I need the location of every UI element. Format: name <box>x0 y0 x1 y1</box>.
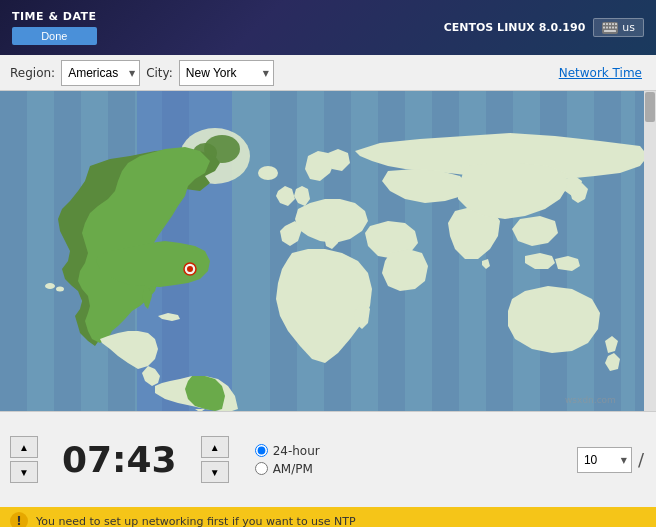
city-select[interactable]: New York Los Angeles Chicago Toronto <box>179 60 274 86</box>
svg-point-31 <box>56 287 64 292</box>
bottom-controls: ▲ ▼ 07:43 ▲ ▼ 24-hour AM/PM 10 1 2 3 / <box>0 411 656 507</box>
city-label: City: <box>146 66 173 80</box>
24h-radio-row: 24-hour <box>255 444 320 458</box>
svg-rect-17 <box>270 91 297 411</box>
map-container: wsxdn.com <box>0 91 656 411</box>
svg-rect-7 <box>606 26 608 28</box>
svg-rect-2 <box>606 23 608 25</box>
minutes-down-button[interactable]: ▼ <box>201 461 229 483</box>
svg-rect-13 <box>0 91 27 411</box>
toolbar: Region: Americas Europe Asia Africa Paci… <box>0 55 656 91</box>
svg-rect-11 <box>604 30 616 32</box>
minutes-spinner: ▲ ▼ <box>201 436 229 483</box>
region-select[interactable]: Americas Europe Asia Africa Pacific <box>61 60 140 86</box>
keyboard-layout-label: us <box>622 21 635 34</box>
minutes-value: 43 <box>127 439 177 480</box>
header: TIME & DATE Done CENTOS LINUX 8.0.190 us <box>0 0 656 55</box>
svg-rect-5 <box>615 23 617 25</box>
keyboard-layout[interactable]: us <box>593 18 644 37</box>
centos-label: CENTOS LINUX 8.0.190 <box>444 21 586 34</box>
header-left: TIME & DATE Done <box>12 10 97 45</box>
keyboard-icon <box>602 22 618 34</box>
map-scrollbar[interactable] <box>644 91 656 411</box>
ampm-label: AM/PM <box>273 462 313 476</box>
watermark: wsxdn.com <box>565 395 616 405</box>
warning-icon-symbol: ! <box>16 514 21 527</box>
hours-up-button[interactable]: ▲ <box>10 436 38 458</box>
time-colon: : <box>112 439 126 480</box>
24h-radio[interactable] <box>255 444 268 457</box>
header-right: CENTOS LINUX 8.0.190 us <box>444 18 644 37</box>
svg-rect-1 <box>603 23 605 25</box>
svg-rect-6 <box>603 26 605 28</box>
svg-rect-9 <box>612 26 614 28</box>
svg-rect-3 <box>609 23 611 25</box>
svg-point-33 <box>187 266 193 272</box>
ampm-radio[interactable] <box>255 462 268 475</box>
warning-text: You need to set up networking first if y… <box>36 515 356 528</box>
time-format-selector: 24-hour AM/PM <box>255 444 320 476</box>
hours-down-button[interactable]: ▼ <box>10 461 38 483</box>
ampm-radio-row: AM/PM <box>255 462 320 476</box>
region-label: Region: <box>10 66 55 80</box>
date-separator: / <box>636 449 646 470</box>
scrollbar-thumb[interactable] <box>645 92 655 122</box>
svg-rect-4 <box>612 23 614 25</box>
hours-value: 07 <box>62 439 112 480</box>
app-title: TIME & DATE <box>12 10 97 23</box>
minutes-up-button[interactable]: ▲ <box>201 436 229 458</box>
svg-rect-10 <box>615 26 617 28</box>
city-select-wrapper: New York Los Angeles Chicago Toronto <box>179 60 274 86</box>
svg-point-30 <box>45 283 55 289</box>
time-display: 07:43 <box>62 439 177 480</box>
svg-rect-8 <box>609 26 611 28</box>
done-button[interactable]: Done <box>12 27 97 45</box>
world-map[interactable]: wsxdn.com <box>0 91 656 411</box>
warning-icon: ! <box>10 512 28 527</box>
hours-spinner: ▲ ▼ <box>10 436 38 483</box>
network-time-link[interactable]: Network Time <box>559 66 646 80</box>
day-select[interactable]: 10 1 2 3 <box>577 447 632 473</box>
24h-label: 24-hour <box>273 444 320 458</box>
date-controls: 10 1 2 3 / <box>577 447 646 473</box>
svg-point-29 <box>258 166 278 180</box>
warning-bar: ! You need to set up networking first if… <box>0 507 656 527</box>
day-select-wrapper: 10 1 2 3 <box>577 447 632 473</box>
region-select-wrapper: Americas Europe Asia Africa Pacific <box>61 60 140 86</box>
